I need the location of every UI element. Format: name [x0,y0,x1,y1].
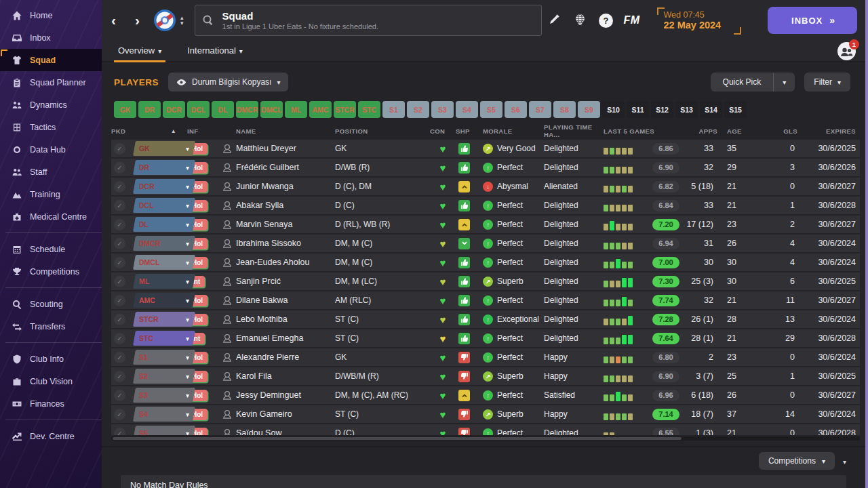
table-row[interactable]: ML Int Sanjin Prcić DM, M (LC) ↗Superb D… [111,272,860,290]
sidebar-item-staff[interactable]: Staff [0,161,102,183]
pkd-chip[interactable]: STCR [133,312,195,327]
position-filter-s1[interactable]: S1 [382,101,405,118]
row-select-checkbox[interactable] [114,238,125,249]
tab-overview[interactable]: Overview [117,45,163,61]
forward-button[interactable]: › [125,0,149,41]
row-select-checkbox[interactable] [114,219,125,230]
pkd-chip[interactable]: DMCR [133,236,195,251]
player-name[interactable]: Frédéric Guilbert [236,163,335,172]
player-name[interactable]: Saïdou Sow [236,428,335,435]
position-filter-s7[interactable]: S7 [529,101,551,118]
player-name[interactable]: Ibrahima Sissoko [236,239,335,248]
pkd-chip[interactable]: S3 [133,388,195,403]
quick-pick-dropdown[interactable] [773,73,795,92]
table-row[interactable]: S4 Hol Kevin Gameiro ST (C) ↗Superb Happ… [111,405,860,423]
row-select-checkbox[interactable] [114,181,125,192]
row-select-checkbox[interactable] [114,409,125,420]
club-crest-icon[interactable] [153,9,176,32]
player-name[interactable]: Marvin Senaya [236,220,335,229]
position-filter-dr[interactable]: DR [138,101,161,118]
sidebar-item-data-hub[interactable]: Data Hub [0,138,102,161]
table-row[interactable]: AMC Hol Dilane Bakwa AM (RLC) ↑Perfect D… [111,291,860,309]
row-select-checkbox[interactable] [114,314,125,325]
sidebar-item-scouting[interactable]: Scouting [0,293,102,315]
pkd-chip[interactable]: S1 [133,350,195,365]
position-filter-dmcl[interactable]: DMCL [260,101,283,118]
back-button[interactable]: ‹ [102,0,125,41]
sidebar-item-finances[interactable]: Finances [0,392,102,415]
player-name[interactable]: Sanjin Prcić [236,277,335,286]
table-row[interactable]: STC Int Emanuel Emegha ST (C) ↑Perfect D… [111,329,860,347]
position-filter-s10[interactable]: S10 [602,101,625,118]
view-dropdown[interactable]: Durum Bilgisi Kopyası [168,73,288,92]
pkd-chip[interactable]: DMCL [133,255,195,270]
position-filter-s13[interactable]: S13 [675,101,698,118]
sidebar-item-club-vision[interactable]: Club Vision [0,370,102,392]
position-filter-s6[interactable]: S6 [505,101,527,118]
pkd-chip[interactable]: DCR [133,179,195,194]
table-row[interactable]: DL Hol Marvin Senaya D (RL), WB (R) ↑Per… [111,216,860,233]
position-filter-dl[interactable]: DL [212,101,234,118]
sidebar-item-home[interactable]: Home [0,4,102,26]
scrollbar-thumb[interactable] [113,437,682,440]
position-filter-s12[interactable]: S12 [651,101,673,118]
row-select-checkbox[interactable] [114,143,125,155]
position-filter-gk[interactable]: GK [114,101,136,118]
position-filter-s15[interactable]: S15 [724,101,747,118]
player-name[interactable]: Alexandre Pierre [236,352,335,362]
sidebar-item-transfers[interactable]: Transfers [0,315,102,338]
edit-pencil-icon[interactable] [542,14,568,27]
position-filter-s3[interactable]: S3 [431,101,454,118]
player-name[interactable]: Matthieu Dreyer [236,144,335,153]
player-name[interactable]: Jessy Deminguet [236,390,335,400]
row-select-checkbox[interactable] [114,162,125,174]
row-select-checkbox[interactable] [114,200,125,211]
row-select-checkbox[interactable] [114,333,125,344]
position-filter-s5[interactable]: S5 [480,101,502,118]
row-select-checkbox[interactable] [114,428,125,436]
help-icon[interactable]: ? [593,14,619,28]
competitions-dropdown[interactable]: Competitions [759,452,835,470]
player-name[interactable]: Kevin Gameiro [236,409,335,419]
table-row[interactable]: DCR Hol Junior Mwanga D (C), DM ↓Abysmal… [111,178,860,195]
table-row[interactable]: DCL Hol Abakar Sylla D (C) ↑Perfect Deli… [111,197,860,214]
position-filter-stc[interactable]: STC [358,101,380,118]
sidebar-item-competitions[interactable]: Competitions [0,260,102,283]
sidebar-item-medical-centre[interactable]: Medical Centre [0,205,102,228]
player-name[interactable]: Karol Fila [236,371,335,381]
row-select-checkbox[interactable] [114,390,125,401]
row-select-checkbox[interactable] [114,371,125,382]
sidebar-item-inbox[interactable]: Inbox [0,26,102,49]
position-filter-s14[interactable]: S14 [700,101,722,118]
table-row[interactable]: S3 Hol Jessy Deminguet DM, M (C), AM (RC… [111,386,860,404]
club-switcher-chevrons[interactable]: ▴▾ [180,15,184,26]
panel-collapse-chevron[interactable] [843,455,846,467]
filter-button[interactable]: Filter [804,73,850,92]
position-filter-s11[interactable]: S11 [627,101,649,118]
world-globe-icon[interactable] [568,13,593,28]
sidebar-item-squad[interactable]: Squad [0,49,102,71]
sidebar-item-schedule[interactable]: Schedule [0,238,102,260]
sidebar-item-dynamics[interactable]: Dynamics [0,94,102,116]
position-filter-dcl[interactable]: DCL [187,101,210,118]
pkd-chip[interactable]: S4 [133,407,195,422]
pkd-chip[interactable]: DL [133,217,195,232]
pkd-chip[interactable]: DCL [133,198,195,213]
position-filter-s2[interactable]: S2 [407,101,429,118]
position-filter-stcr[interactable]: STCR [334,101,356,118]
player-name[interactable]: Lebo Mothiba [236,314,335,324]
pkd-chip[interactable]: STC [133,331,195,346]
pkd-chip[interactable]: S5 [133,426,195,435]
position-filter-ml[interactable]: ML [285,101,307,118]
sidebar-item-club-info[interactable]: Club Info [0,348,102,370]
position-filter-s4[interactable]: S4 [456,101,478,118]
table-row[interactable]: STCR Hol Lebo Mothiba ST (C) ↑Exceptiona… [111,310,860,328]
pkd-chip[interactable]: ML [133,274,195,289]
player-name[interactable]: Jean-Eudes Aholou [236,258,335,267]
pkd-chip[interactable]: AMC [133,293,195,308]
player-name[interactable]: Abakar Sylla [236,201,335,210]
table-row[interactable]: GK Hol Matthieu Dreyer GK ↗Very Good Del… [111,140,860,157]
row-select-checkbox[interactable] [114,276,125,287]
table-row[interactable]: DMCR Hol Ibrahima Sissoko DM, M (C) ↑Per… [111,235,860,252]
pkd-chip[interactable]: GK [133,141,195,156]
